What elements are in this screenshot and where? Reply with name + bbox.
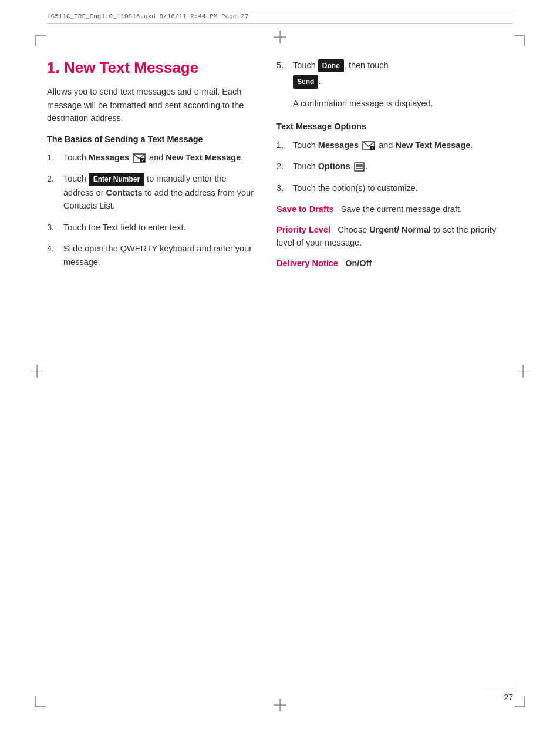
list-content-1: Touch Messages ✓ and New Text Message. [63, 151, 257, 164]
corner-mark-tr [514, 35, 525, 46]
options-list-content-3: Touch the option(s) to customize. [293, 182, 513, 194]
confirmation-text: A confirmation message is displayed. [293, 97, 513, 110]
options-menu-icon [354, 162, 365, 172]
save-to-drafts-section: Save to Drafts Save the current message … [276, 203, 513, 216]
list-num-5: 5. [276, 59, 293, 89]
messages-bold-1: Messages [89, 153, 129, 162]
crosshair-right [517, 365, 529, 378]
header-text: LG511C_TRF_Eng1.0_110816.qxd 8/16/11 2:4… [47, 13, 513, 20]
list-content-2: Touch Enter Number to manually enter the… [63, 172, 257, 212]
delivery-notice-text: On/Off [340, 258, 372, 268]
section-title: 1. New Text Message [47, 59, 257, 77]
right-column: 5. Touch Done, then touch Send. A confir… [271, 59, 513, 683]
list-num-3: 3. [47, 221, 63, 234]
priority-level-heading: Priority Level [276, 225, 330, 234]
enter-number-button: Enter Number [89, 173, 144, 186]
list-num-4: 4. [47, 242, 63, 268]
envelope-icon-2: ✓ [362, 141, 375, 150]
crosshair-bottom [274, 699, 286, 711]
delivery-notice-section: Delivery Notice On/Off [276, 257, 513, 270]
list-item-4: 4. Slide open the QWERTY keyboard and en… [47, 242, 257, 268]
intro-text: Allows you to send text messages and e-m… [47, 85, 257, 125]
header-bar: LG511C_TRF_Eng1.0_110816.qxd 8/16/11 2:4… [47, 13, 513, 20]
svg-text:✓: ✓ [371, 146, 374, 150]
list-item-3: 3. Touch the Text field to enter text. [47, 221, 257, 234]
list-item-2: 2. Touch Enter Number to manually enter … [47, 172, 257, 212]
header-top-line [47, 11, 513, 11]
list-item-1: 1. Touch Messages ✓ and New Text Message… [47, 151, 257, 164]
envelope-icon-1: ✓ [133, 153, 146, 163]
list-item-5: 5. Touch Done, then touch Send. [276, 59, 513, 89]
page-content: 1. New Text Message Allows you to send t… [47, 59, 513, 683]
header-bottom-line [47, 23, 513, 24]
delivery-notice-heading: Delivery Notice [276, 258, 338, 268]
save-to-drafts-text: Save the current message draft. [336, 204, 462, 214]
list-num-1: 1. [47, 151, 63, 164]
messages-bold-2: Messages [318, 140, 359, 150]
contacts-bold: Contacts [106, 188, 143, 197]
options-bold: Options [318, 162, 350, 171]
page-number: 27 [504, 693, 513, 702]
options-list-content-1: Touch Messages ✓ and New Text Message. [293, 139, 513, 152]
list-content-3: Touch the Text field to enter text. [63, 221, 257, 234]
options-list-num-3: 3. [276, 182, 293, 194]
save-to-drafts-heading: Save to Drafts [276, 204, 334, 214]
svg-text:✓: ✓ [141, 159, 144, 162]
options-list-item-2: 2. Touch Options . [276, 160, 513, 173]
list-num-2: 2. [47, 172, 63, 212]
new-text-message-bold-2: New Text Message [395, 140, 470, 150]
list-content-4: Slide open the QWERTY keyboard and enter… [63, 242, 257, 268]
new-text-message-bold-1: New Text Message [166, 153, 241, 162]
corner-mark-tl [35, 35, 46, 46]
crosshair-top [274, 31, 286, 43]
options-list-content-2: Touch Options . [293, 160, 513, 173]
crosshair-left [31, 365, 43, 378]
subsection-heading: The Basics of Sending a Text Message [47, 133, 257, 145]
priority-level-section: Priority Level Choose Urgent/ Normal to … [276, 223, 513, 250]
list-content-5: Touch Done, then touch Send. [293, 59, 513, 89]
options-list-item-1: 1. Touch Messages ✓ and New Text Message… [276, 139, 513, 152]
done-button: Done [318, 59, 344, 73]
text-message-options-heading: Text Message Options [276, 120, 513, 132]
corner-mark-br [514, 696, 525, 707]
left-column: 1. New Text Message Allows you to send t… [47, 59, 271, 683]
send-button: Send [293, 75, 318, 89]
options-list-num-2: 2. [276, 160, 293, 173]
options-list-item-3: 3. Touch the option(s) to customize. [276, 182, 513, 194]
corner-mark-bl [35, 696, 46, 707]
page-divider [484, 690, 513, 690]
options-list-num-1: 1. [276, 139, 293, 152]
